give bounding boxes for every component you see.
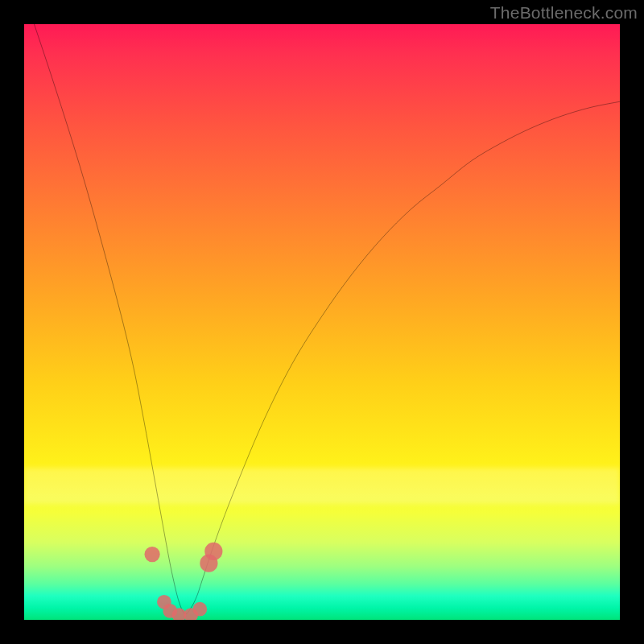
plot-area [24, 24, 620, 620]
curve-marker [204, 543, 222, 560]
bottleneck-curve [24, 24, 620, 614]
curve-marker [192, 602, 207, 617]
outer-frame: TheBottleneck.com [0, 0, 644, 644]
watermark-text: TheBottleneck.com [490, 3, 638, 23]
curve-marker [144, 547, 159, 562]
curve-markers [144, 543, 222, 620]
curve-layer [24, 24, 620, 620]
